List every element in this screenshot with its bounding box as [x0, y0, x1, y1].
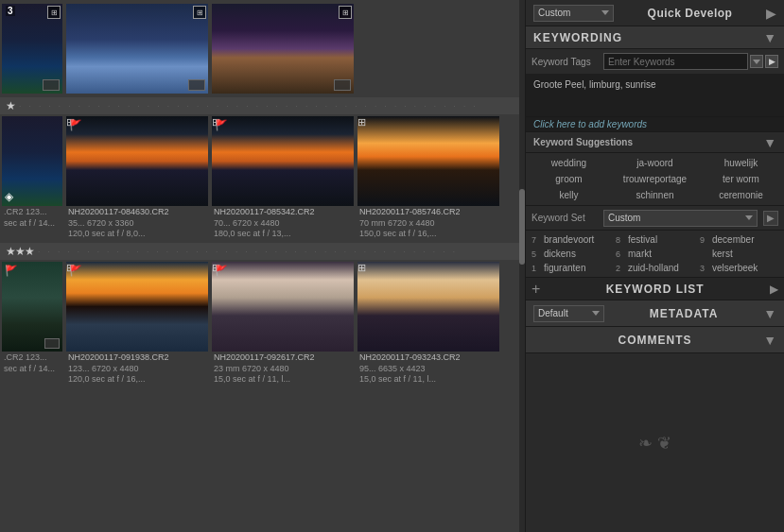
- keyword-tag-item-6[interactable]: 1 figuranten: [530, 262, 612, 274]
- metadata-preset-dropdown[interactable]: Default: [533, 305, 604, 322]
- photo-item-6[interactable]: ⊞ NH20200117-093243.CR2 95... 6635 x 442…: [357, 262, 499, 386]
- keyword-tag-item-8[interactable]: 3 velserbeek: [698, 262, 780, 274]
- tag-number: 1: [531, 264, 541, 273]
- decorative-ornament: ❧ ❦: [638, 433, 671, 454]
- photo-thumbnail: 🚩 ⊞: [212, 116, 354, 206]
- expand-icon[interactable]: ⊞: [193, 6, 206, 19]
- expand-icon[interactable]: ⊞: [339, 6, 352, 19]
- photo-meta: NH20200117-084630.CR2 35... 6720 x 3360 …: [66, 206, 208, 241]
- photo-meta-small: .CR2 123... sec at f / 14...: [2, 352, 62, 380]
- keywords-text: Groote Peel, limburg, sunrise: [533, 79, 656, 90]
- click-to-add-keywords[interactable]: Click here to add keywords: [526, 117, 784, 132]
- suggestions-grid: wedding ja-woord huwelijk groom trouwrep…: [526, 153, 784, 206]
- scrollbar[interactable]: [519, 0, 525, 532]
- scroll-thumb[interactable]: [519, 189, 525, 265]
- keyword-tag-item-0[interactable]: 7 brandevoort: [530, 233, 612, 246]
- suggestion-item-5[interactable]: ter worm: [698, 171, 784, 187]
- expand-icon[interactable]: ⊞: [66, 262, 208, 274]
- photo-item-1[interactable]: 🚩 ⊞ NH20200117-084630.CR2 35... 6720 x 3…: [66, 116, 208, 241]
- expand-comments-icon[interactable]: ▼: [763, 333, 776, 348]
- keyword-set-expand-btn[interactable]: ▶: [763, 211, 778, 226]
- expand-icon[interactable]: ⊞: [212, 262, 354, 274]
- photo-item-5[interactable]: 🚩 ⊞ NH20200117-092617.CR2 23 mm 6720 x 4…: [212, 262, 354, 386]
- add-keyword-button[interactable]: +: [531, 282, 540, 297]
- tag-name[interactable]: figuranten: [544, 263, 585, 273]
- focal-size: 123... 6720 x 4480: [68, 364, 206, 375]
- suggestion-item-0[interactable]: wedding: [526, 155, 612, 171]
- preset-dropdown[interactable]: Custom: [533, 5, 614, 22]
- keyword-tag-item-4[interactable]: 6 markt: [614, 248, 696, 260]
- photo-thumbnail: ⊞: [357, 262, 499, 352]
- filename: NH20200117-092617.CR2: [214, 352, 352, 364]
- chevron-icon: [753, 60, 760, 64]
- suggestion-item-2[interactable]: huwelijk: [698, 155, 784, 171]
- focal-length: 35... 6720 x 3360: [68, 218, 206, 230]
- expand-keywording-icon[interactable]: ▼: [763, 30, 776, 45]
- filename: NH20200117-085746.CR2: [359, 207, 497, 218]
- photo-item-4[interactable]: 🚩 ⊞ NH20200117-091938.CR2 123... 6720 x …: [66, 262, 208, 386]
- tag-name[interactable]: markt: [628, 249, 652, 259]
- keyword-input-field[interactable]: [603, 53, 748, 70]
- tag-name[interactable]: festival: [628, 234, 657, 245]
- keyword-set-value: Custom: [608, 213, 640, 223]
- photo-cell-small-1[interactable]: 3 ⊞: [2, 4, 62, 94]
- photo-item-3[interactable]: ⊞ NH20200117-085746.CR2 70 mm 6720 x 448…: [357, 116, 499, 241]
- photo-cell-2[interactable]: ⊞: [66, 4, 208, 94]
- expand-keyword-list-icon[interactable]: ▶: [770, 283, 778, 296]
- expand-metadata-icon[interactable]: ▼: [763, 306, 776, 321]
- keyword-tag-item-7[interactable]: 2 zuid-holland: [614, 262, 696, 274]
- photo-item-2[interactable]: 🚩 ⊞ NH20200117-085342.CR2 70... 6720 x 4…: [212, 116, 354, 241]
- photo-thumbnail: ⊞: [357, 116, 499, 206]
- keywording-title: Keywording: [533, 31, 622, 44]
- photo-grid-panel: 3 ⊞ ⊞ ⊞ ★ · · · · · · · · · · · · · · · …: [0, 0, 525, 532]
- metadata-section-header: Default Metadata ▼: [526, 300, 784, 327]
- photo-number-badge: 3: [6, 6, 15, 16]
- tag-name[interactable]: velserbeek: [712, 263, 758, 273]
- tag-name[interactable]: kerst: [712, 249, 733, 259]
- expand-icon[interactable]: ⊞: [212, 116, 354, 129]
- preset-value: Custom: [538, 8, 570, 18]
- focal-size: 95... 6635 x 4423: [359, 364, 497, 375]
- keyword-set-label: Keyword Set: [531, 213, 600, 223]
- keyword-tag-item-3[interactable]: 5 dickens: [530, 248, 612, 260]
- photo-thumbnail: 3 ⊞: [2, 4, 62, 94]
- right-panel: Custom Quick Develop ▶ Keywording ▼ Keyw…: [525, 0, 784, 532]
- expand-icon[interactable]: ⊞: [357, 262, 499, 274]
- partial-cell-2: 🚩 .CR2 123... sec at f / 14...: [2, 262, 62, 386]
- suggestion-item-7[interactable]: schinnen: [612, 187, 698, 203]
- expand-suggestions-icon[interactable]: ▼: [763, 135, 776, 150]
- photo-thumbnail[interactable]: ◈: [2, 116, 62, 206]
- photo-badge: [44, 338, 60, 349]
- keyword-options-btn[interactable]: ▶: [765, 55, 778, 68]
- photo-meta: NH20200117-091938.CR2 123... 6720 x 4480…: [66, 352, 208, 386]
- suggestion-item-6[interactable]: kelly: [526, 187, 612, 203]
- photo-meta-small: .CR2 123... sec at f / 14...: [2, 206, 62, 234]
- tag-name[interactable]: dickens: [544, 249, 576, 259]
- photo-cell-3[interactable]: ⊞: [212, 4, 354, 94]
- tag-name[interactable]: brandevoort: [544, 234, 594, 245]
- keyword-tag-item-1[interactable]: 8 festival: [614, 233, 696, 246]
- suggestion-item-1[interactable]: ja-woord: [612, 155, 698, 171]
- tag-number: 6: [616, 249, 625, 259]
- filename: NH20200117-093243.CR2: [359, 352, 497, 364]
- keyword-tag-item-5[interactable]: kerst: [698, 248, 780, 260]
- keyword-tags-row: Keyword Tags ▶: [526, 49, 784, 75]
- exposure: 120,0 sec at f / 16,...: [68, 374, 206, 386]
- expand-icon[interactable]: ⊞: [47, 6, 61, 19]
- tag-name[interactable]: december: [712, 234, 754, 245]
- options-icon: ▶: [769, 57, 775, 66]
- suggestion-item-3[interactable]: groom: [526, 171, 612, 187]
- keyword-set-dropdown[interactable]: Custom: [603, 210, 758, 227]
- photo-thumbnail[interactable]: 🚩: [2, 262, 62, 352]
- expand-quick-develop-icon[interactable]: ▶: [766, 6, 776, 21]
- photo-thumbnail: 🚩 ⊞: [66, 262, 208, 352]
- expand-icon[interactable]: ⊞: [357, 116, 499, 129]
- keyword-dropdown-btn[interactable]: [750, 55, 763, 68]
- suggestion-item-4[interactable]: trouwreportage: [612, 171, 698, 187]
- expand-icon[interactable]: ⊞: [66, 116, 208, 129]
- suggestion-item-8[interactable]: ceremonie: [698, 187, 784, 203]
- tag-name[interactable]: zuid-holland: [628, 263, 679, 273]
- keyword-tag-item-2[interactable]: 9 december: [698, 233, 780, 246]
- metadata-preset-value: Default: [538, 308, 568, 318]
- keyword-list-row: + Keyword List ▶: [526, 278, 784, 300]
